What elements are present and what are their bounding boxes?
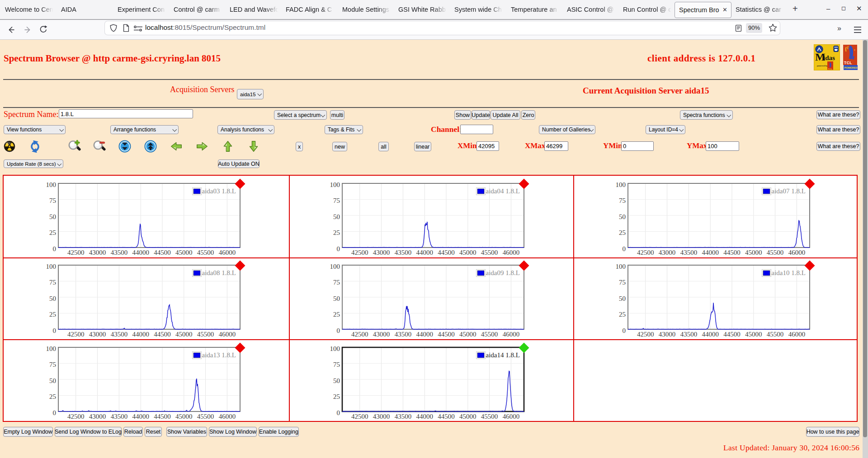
svg-text:46000: 46000	[502, 413, 519, 420]
svg-text:idas: idas	[823, 54, 835, 61]
svg-text:45500: 45500	[766, 249, 783, 256]
svg-text:25: 25	[619, 229, 626, 236]
svg-text:100: 100	[46, 263, 56, 270]
svg-text:0: 0	[336, 245, 340, 252]
svg-text:powered by: powered by	[817, 65, 828, 67]
svg-text:45000: 45000	[745, 331, 762, 338]
svg-text:43000: 43000	[373, 413, 390, 420]
svg-text:45500: 45500	[197, 331, 214, 338]
svg-text:42500: 42500	[67, 249, 84, 256]
svg-text:45000: 45000	[459, 413, 476, 420]
svg-text:aida13 1.8.L: aida13 1.8.L	[202, 351, 236, 359]
svg-text:46000: 46000	[502, 249, 519, 256]
svg-text:50: 50	[619, 295, 626, 302]
svg-text:75: 75	[619, 197, 626, 204]
svg-text:45500: 45500	[481, 331, 498, 338]
svg-text:42500: 42500	[351, 331, 368, 338]
svg-text:43500: 43500	[110, 413, 127, 420]
svg-text:43500: 43500	[110, 331, 127, 338]
svg-text:44000: 44000	[132, 413, 149, 420]
svg-text:42500: 42500	[67, 331, 84, 338]
svg-text:46000: 46000	[502, 331, 519, 338]
svg-text:43000: 43000	[89, 413, 106, 420]
svg-text:100: 100	[330, 345, 340, 352]
svg-text:75: 75	[333, 197, 340, 204]
svg-text:46000: 46000	[218, 249, 236, 256]
svg-text:75: 75	[49, 361, 56, 368]
svg-text:aida04 1.8.L: aida04 1.8.L	[486, 187, 519, 195]
svg-text:44500: 44500	[154, 331, 171, 338]
svg-text:44500: 44500	[154, 249, 171, 256]
svg-text:aida09 1.8.L: aida09 1.8.L	[486, 269, 519, 276]
svg-text:43000: 43000	[658, 249, 675, 256]
svg-text:43000: 43000	[373, 249, 390, 256]
svg-text:75: 75	[49, 279, 56, 286]
svg-text:44000: 44000	[132, 249, 149, 256]
svg-text:25: 25	[49, 229, 56, 236]
svg-text:75: 75	[619, 279, 626, 286]
svg-text:aida08 1.8.L: aida08 1.8.L	[202, 269, 236, 276]
svg-text:aida03 1.8.L: aida03 1.8.L	[202, 187, 236, 195]
svg-text:44000: 44000	[132, 331, 149, 338]
svg-text:44000: 44000	[416, 331, 433, 338]
svg-text:43500: 43500	[680, 249, 697, 256]
svg-text:25: 25	[49, 311, 56, 318]
svg-text:45500: 45500	[766, 331, 783, 338]
svg-text:46000: 46000	[218, 413, 236, 420]
svg-text:44500: 44500	[723, 331, 741, 338]
svg-text:POWERED: POWERED	[844, 66, 858, 69]
svg-text:42500: 42500	[67, 413, 84, 420]
svg-text:100: 100	[46, 181, 56, 188]
svg-text:25: 25	[49, 393, 56, 400]
svg-text:45500: 45500	[197, 413, 214, 420]
svg-text:45500: 45500	[197, 249, 214, 256]
svg-text:42500: 42500	[637, 331, 654, 338]
svg-text:45000: 45000	[175, 249, 193, 256]
svg-text:50: 50	[619, 213, 626, 220]
svg-text:aida14 1.8.L: aida14 1.8.L	[486, 351, 519, 359]
svg-text:45500: 45500	[481, 413, 498, 420]
svg-text:50: 50	[49, 213, 56, 220]
svg-text:0: 0	[336, 409, 340, 416]
svg-text:0: 0	[622, 245, 626, 252]
svg-text:aida10 1.8.L: aida10 1.8.L	[771, 269, 805, 276]
svg-text:25: 25	[333, 311, 340, 318]
svg-text:50: 50	[333, 377, 340, 384]
svg-text:T C L: T C L	[828, 68, 833, 70]
svg-text:100: 100	[46, 345, 56, 352]
svg-text:0: 0	[52, 409, 56, 416]
svg-text:45000: 45000	[175, 331, 193, 338]
svg-text:aida07 1.8.L: aida07 1.8.L	[771, 187, 805, 195]
svg-text:43500: 43500	[110, 249, 127, 256]
svg-text:75: 75	[49, 197, 56, 204]
svg-text:45500: 45500	[481, 249, 498, 256]
svg-text:44000: 44000	[416, 249, 433, 256]
svg-text:100: 100	[615, 263, 626, 270]
svg-text:TCL: TCL	[844, 61, 852, 65]
svg-text:46000: 46000	[218, 331, 236, 338]
svg-text:0: 0	[52, 245, 56, 252]
svg-text:0: 0	[336, 327, 340, 334]
svg-text:0: 0	[52, 327, 56, 334]
svg-text:100: 100	[615, 181, 626, 188]
svg-text:75: 75	[333, 361, 340, 368]
svg-text:100: 100	[330, 181, 340, 188]
svg-text:42500: 42500	[637, 249, 654, 256]
svg-text:43000: 43000	[373, 331, 390, 338]
svg-text:45000: 45000	[459, 249, 476, 256]
svg-text:44500: 44500	[438, 331, 455, 338]
svg-text:44000: 44000	[702, 249, 719, 256]
svg-text:44500: 44500	[723, 249, 741, 256]
svg-text:43000: 43000	[89, 249, 106, 256]
svg-text:44500: 44500	[438, 413, 455, 420]
svg-text:44000: 44000	[416, 413, 433, 420]
svg-text:43500: 43500	[394, 413, 411, 420]
svg-text:50: 50	[333, 295, 340, 302]
svg-text:25: 25	[333, 229, 340, 236]
svg-text:43000: 43000	[89, 331, 106, 338]
svg-text:100: 100	[330, 263, 340, 270]
svg-text:50: 50	[49, 377, 56, 384]
svg-text:46000: 46000	[788, 331, 805, 338]
svg-text:44500: 44500	[154, 413, 171, 420]
svg-text:43500: 43500	[394, 331, 411, 338]
